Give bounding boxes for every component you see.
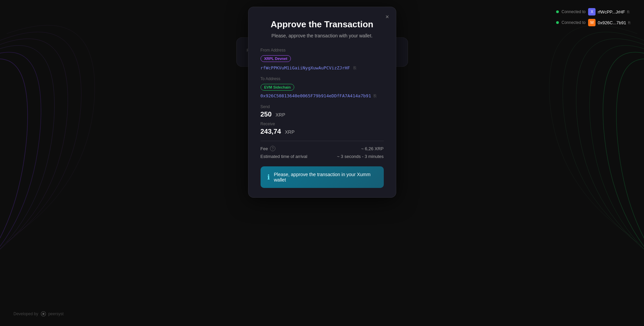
to-address-row: 0x926C50813640e0065F79b914eDDfFA7A414a7b… — [261, 93, 384, 98]
eta-label: Estimated time of arrival — [261, 154, 307, 159]
fee-left: Fee ? — [261, 146, 275, 151]
eta-value: ~ 3 seconds - 3 minutes — [337, 154, 383, 159]
to-address-section: To Address EVM Sidechain 0x926C50813640e… — [261, 76, 384, 98]
receive-currency: XRP — [285, 129, 295, 135]
from-address-hash: rfWcPPKVuM1iGaiiNygXuwAuPCVizZJrHF — [261, 65, 350, 70]
receive-section: Receive 243,74 XRP — [261, 122, 384, 135]
eta-row: Estimated time of arrival ~ 3 seconds - … — [261, 154, 384, 159]
send-amount-row: 250 XRP — [261, 110, 384, 118]
receive-amount: 243,74 — [261, 128, 281, 135]
approve-banner-text: Please, approve the transaction in your … — [274, 172, 377, 183]
approve-transaction-modal: × Approve the Transaction Please, approv… — [248, 7, 396, 198]
from-address-section: From Address XRPL Devnet rfWcPPKVuM1iGai… — [261, 48, 384, 70]
to-address-hash: 0x926C50813640e0065F79b914eDDfFA7A414a7b… — [261, 93, 371, 98]
send-currency: XRP — [275, 112, 285, 118]
approve-banner: ℹ Please, approve the transaction in you… — [261, 166, 384, 188]
to-badge-row: EVM Sidechain — [261, 84, 384, 91]
copy-to-address-button[interactable]: ⎘ — [374, 93, 376, 98]
modal-overlay: × Approve the Transaction Please, approv… — [0, 0, 644, 326]
xrpl-devnet-badge: XRPL Devnet — [261, 55, 291, 62]
fee-value: ~ 6,26 XRP — [361, 146, 384, 151]
receive-amount-row: 243,74 XRP — [261, 128, 384, 135]
from-address-row: XRPL Devnet rfWcPPKVuM1iGaiiNygXuwAuPCVi… — [261, 55, 384, 70]
fee-help-button[interactable]: ? — [270, 146, 275, 151]
modal-close-button[interactable]: × — [384, 12, 391, 21]
receive-label: Receive — [261, 122, 384, 126]
modal-subtitle: Please, approve the transaction with you… — [261, 33, 384, 38]
to-address-label: To Address — [261, 76, 384, 81]
send-label: Send — [261, 104, 384, 109]
send-section: Send 250 XRP — [261, 104, 384, 118]
send-amount: 250 — [261, 110, 272, 118]
info-icon: ℹ — [267, 173, 270, 181]
modal-title: Approve the Transaction — [261, 19, 384, 30]
copy-from-address-button[interactable]: ⎘ — [353, 65, 356, 70]
fee-row: Fee ? ~ 6,26 XRP — [261, 141, 384, 151]
from-address-label: From Address — [261, 48, 384, 53]
evm-sidechain-badge: EVM Sidechain — [261, 84, 295, 91]
fee-label: Fee — [261, 146, 268, 151]
